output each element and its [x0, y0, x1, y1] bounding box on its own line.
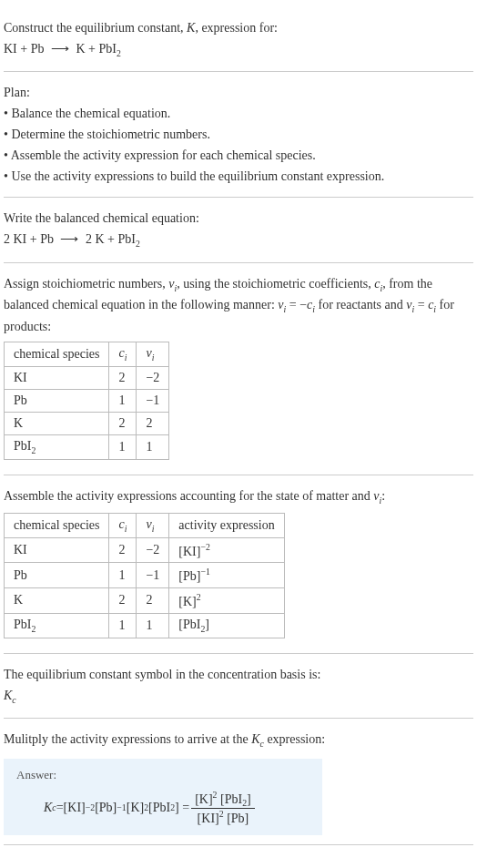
sub-i: i: [152, 524, 155, 534]
cell-nu: −1: [137, 389, 169, 412]
balanced-equation: 2 KI + Pb ⟶ 2 K + PbI2: [4, 230, 473, 250]
header-species: chemical species: [5, 342, 109, 366]
text: [K]: [178, 595, 196, 608]
table-header-row: chemical species ci νi: [5, 342, 169, 366]
table-row: KI 2 −2: [5, 366, 169, 389]
K-symbol: K: [251, 732, 259, 746]
cell-nu: −2: [137, 366, 169, 389]
text: [K]: [195, 791, 212, 805]
answer-label: Answer:: [16, 768, 310, 782]
term: [Pb]: [95, 801, 117, 815]
cell-activity: [Pb]−1: [169, 563, 284, 588]
cell-species: K: [5, 588, 109, 614]
cell-species: Pb: [5, 563, 109, 588]
Kc-symbol: K: [44, 801, 52, 815]
cell-species: PbI2: [5, 613, 109, 638]
reaction-line: KI + Pb ⟶ K + PbI2: [4, 39, 473, 60]
sub-c: c: [12, 694, 15, 704]
K-symbol: K: [4, 689, 12, 702]
stoich-table: chemical species ci νi KI 2 −2 Pb 1 −1 K…: [4, 342, 169, 460]
text: = −: [286, 298, 307, 311]
header-species: chemical species: [5, 514, 109, 538]
cell-nu: 1: [137, 434, 169, 459]
sub-i: i: [125, 524, 127, 534]
sup: −2: [86, 802, 95, 812]
text: Mulitply the activity expressions to arr…: [4, 732, 251, 746]
cell-nu: −2: [137, 537, 169, 563]
cell-c: 2: [109, 588, 137, 614]
final-intro: Mulitply the activity expressions to arr…: [4, 730, 473, 751]
text: [PbI: [218, 791, 243, 805]
cell-activity: [PbI2]: [169, 613, 284, 638]
cell-activity: [K]2: [169, 588, 284, 614]
header-c: ci: [109, 514, 137, 538]
cell-species: Pb: [5, 389, 109, 412]
cell-activity: [KI]−2: [169, 537, 284, 563]
cell-nu: −1: [137, 563, 169, 588]
cell-c: 2: [109, 412, 137, 434]
sub-i: i: [125, 352, 127, 363]
text: [Pb]: [178, 569, 200, 583]
table-row: K 2 2: [5, 412, 169, 434]
table-row: PbI2 1 1: [5, 434, 169, 459]
cell-c: 2: [109, 366, 137, 389]
stoich-section: Assign stoichiometric numbers, νi, using…: [4, 263, 473, 475]
cell-nu: 1: [137, 613, 169, 638]
cell-c: 1: [109, 434, 137, 459]
header-activity: activity expression: [169, 514, 284, 538]
answer-box: Answer: Kc = [KI]−2 [Pb]−1 [K]2 [PbI2] =…: [4, 759, 322, 835]
header-c: ci: [109, 342, 137, 366]
arrow-icon: ⟶: [47, 42, 73, 56]
sup: −2: [200, 542, 209, 552]
plan-bullet: • Use the activity expressions to build …: [4, 167, 473, 186]
text: [KI]: [178, 544, 200, 557]
table-row: Pb 1 −1 [Pb]−1: [5, 563, 285, 588]
text: Assign stoichiometric numbers,: [4, 277, 168, 291]
sub: 2: [31, 445, 36, 455]
sub-i: i: [152, 352, 155, 363]
cell-species: KI: [5, 537, 109, 563]
symbol-section: The equilibrium constant symbol in the c…: [4, 654, 473, 719]
arrow-icon: ⟶: [56, 232, 82, 246]
text: ]: [247, 791, 251, 805]
cell-c: 1: [109, 563, 137, 588]
cell-nu: 2: [137, 412, 169, 434]
text: =: [414, 298, 428, 311]
text: [Pb]: [224, 812, 249, 825]
text: [PbI: [178, 618, 200, 631]
intro-section: Construct the equilibrium constant, K, e…: [4, 7, 473, 72]
symbol-intro: The equilibrium constant symbol in the c…: [4, 665, 473, 684]
text: expression:: [264, 732, 325, 746]
prompt-text: Construct the equilibrium constant,: [4, 21, 187, 35]
term: ] =: [175, 801, 189, 815]
plan-bullet: • Determine the stoichiometric numbers.: [4, 125, 473, 144]
final-section: Mulitply the activity expressions to arr…: [4, 719, 473, 845]
table-row: Pb 1 −1: [5, 389, 169, 412]
symbol-value: Kc: [4, 686, 473, 707]
cell-species: PbI2: [5, 434, 109, 459]
plan-title: Plan:: [4, 83, 473, 102]
text: Assemble the activity expressions accoun…: [4, 489, 373, 503]
fraction: [K]2 [PbI2] [KI]2 [Pb]: [191, 790, 255, 826]
term: [PbI: [148, 801, 170, 815]
balanced-rhs: 2 K + PbI: [86, 232, 136, 246]
table-header-row: chemical species ci νi activity expressi…: [5, 514, 285, 538]
text: :: [381, 489, 385, 503]
answer-equation: Kc = [KI]−2 [Pb]−1 [K]2 [PbI2] = [K]2 [P…: [16, 790, 310, 826]
balanced-section: Write the balanced chemical equation: 2 …: [4, 198, 473, 262]
activity-section: Assemble the activity expressions accoun…: [4, 475, 473, 654]
text: , using the stoichiometric coefficients,: [177, 277, 374, 291]
reaction-lhs: KI + Pb: [4, 42, 44, 56]
sup: −1: [200, 567, 209, 577]
reaction-rhs: K + PbI: [76, 42, 116, 56]
table-row: PbI2 1 1 [PbI2]: [5, 613, 285, 638]
term: [KI]: [64, 801, 86, 815]
text: [KI]: [198, 812, 219, 825]
sub: 2: [31, 624, 36, 634]
text: PbI: [14, 439, 31, 453]
cell-nu: 2: [137, 588, 169, 614]
text: PbI: [14, 618, 31, 631]
cell-c: 1: [109, 389, 137, 412]
reaction-rhs-sub: 2: [117, 48, 121, 58]
header-nu: νi: [137, 514, 169, 538]
